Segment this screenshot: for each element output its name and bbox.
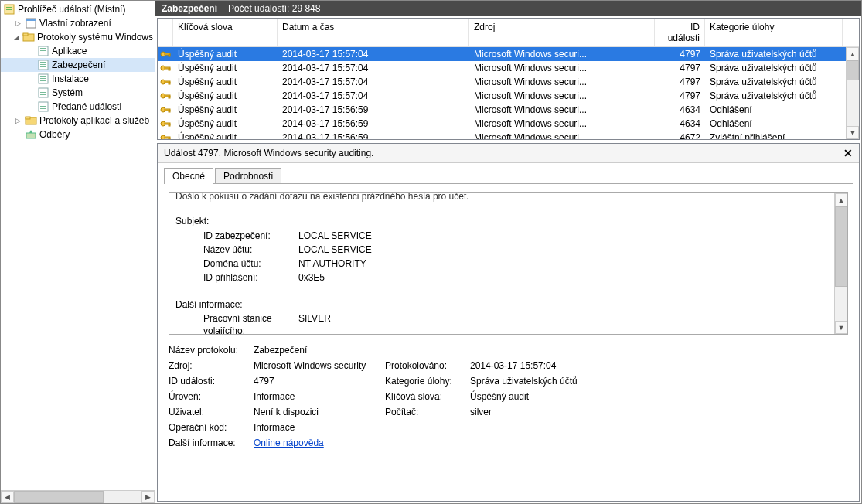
eventviewer-icon — [3, 3, 15, 15]
event-row[interactable]: Úspěšný audit2014-03-17 15:56:59Microsof… — [158, 131, 846, 139]
svg-rect-28 — [26, 117, 30, 119]
desc-vscrollbar[interactable]: ▲ ▼ — [834, 193, 847, 334]
desc-top-line: Došlo k pokusu o zadání dotazu na existe… — [175, 193, 828, 203]
detail-tabs: Obecné Podrobnosti — [158, 163, 859, 184]
scroll-down-icon[interactable]: ▼ — [847, 126, 859, 139]
svg-rect-8 — [40, 48, 46, 49]
column-headers[interactable]: Klíčová slova Datum a čas Zdroj ID událo… — [158, 19, 859, 47]
tree-item[interactable]: Instalace — [1, 72, 155, 86]
detail-header: Událost 4797, Microsoft Windows security… — [158, 144, 859, 163]
online-help-link[interactable]: Online nápověda — [254, 438, 324, 448]
cell-datetime: 2014-03-17 15:57:04 — [278, 90, 469, 102]
close-icon[interactable]: ✕ — [843, 147, 853, 159]
expander-icon[interactable]: ▷ — [13, 117, 22, 124]
detail-pane: Událost 4797, Microsoft Windows security… — [157, 143, 860, 502]
cell-source: Microsoft Windows securi... — [469, 131, 655, 139]
scroll-thumb[interactable] — [835, 206, 847, 287]
event-row[interactable]: Úspěšný audit2014-03-17 15:57:04Microsof… — [158, 61, 846, 75]
key-icon — [158, 90, 173, 102]
svg-rect-41 — [169, 97, 170, 98]
tree-hscrollbar[interactable]: ◀ ▶ — [1, 490, 155, 503]
list-vscrollbar[interactable]: ▲ ▼ — [846, 47, 859, 139]
svg-rect-16 — [40, 76, 46, 77]
tree[interactable]: Prohlížeč událostí (Místní) ▷Vlastní zob… — [1, 1, 155, 490]
tree-item-label: Systém — [52, 87, 83, 99]
event-row[interactable]: Úspěšný audit2014-03-17 15:56:59Microsof… — [158, 117, 846, 131]
tree-item[interactable]: Systém — [1, 86, 155, 100]
tree-item-label: Vlastní zobrazení — [39, 17, 111, 29]
scroll-track[interactable] — [835, 206, 847, 321]
cell-eventid: 4797 — [655, 48, 705, 60]
cell-keywords: Úspěšný audit — [173, 48, 278, 60]
additional-header: Další informace: — [175, 298, 828, 311]
svg-rect-13 — [40, 64, 46, 65]
event-row[interactable]: Úspěšný audit2014-03-17 15:57:04Microsof… — [158, 89, 846, 103]
tree-item[interactable]: Zabezpečení — [1, 58, 155, 72]
tree-item-label: Protokoly aplikací a služeb — [39, 114, 149, 127]
tree-item[interactable]: Aplikace — [1, 44, 155, 58]
svg-rect-1 — [6, 7, 12, 8]
col-datetime[interactable]: Datum a čas — [278, 19, 469, 46]
svg-rect-9 — [40, 50, 46, 51]
tree-item[interactable]: ◢Protokoly systému Windows — [1, 30, 155, 44]
main-header: Zabezpečení Počet událostí: 29 848 — [155, 1, 861, 16]
log-icon — [37, 45, 49, 57]
cell-source: Microsoft Windows securi... — [469, 104, 655, 116]
scroll-up-icon[interactable]: ▲ — [835, 193, 847, 206]
cell-source: Microsoft Windows securi... — [469, 117, 655, 130]
scroll-left-icon[interactable]: ◀ — [1, 491, 14, 503]
scroll-track[interactable] — [847, 60, 859, 126]
tree-item[interactable]: ▷Vlastní zobrazení — [1, 16, 155, 30]
svg-rect-4 — [26, 19, 36, 21]
tab-underline — [164, 183, 853, 184]
scroll-down-icon[interactable]: ▼ — [835, 321, 847, 334]
cell-category: Odhlášení — [705, 104, 843, 116]
expander-icon[interactable]: ▷ — [13, 19, 22, 27]
key-icon — [158, 117, 173, 130]
scroll-track[interactable] — [14, 491, 141, 503]
tree-item[interactable]: Odběry — [1, 128, 155, 141]
scroll-thumb[interactable] — [14, 491, 104, 503]
tree-root[interactable]: Prohlížeč událostí (Místní) — [1, 2, 155, 16]
col-keywords[interactable]: Klíčová slova — [173, 19, 278, 46]
list-body[interactable]: Úspěšný audit2014-03-17 15:57:04Microsof… — [158, 47, 846, 139]
col-icon[interactable] — [158, 19, 173, 46]
svg-rect-32 — [169, 55, 170, 56]
tab-details[interactable]: Podrobnosti — [215, 168, 281, 184]
tree-item-label: Protokoly systému Windows — [37, 31, 153, 43]
event-row[interactable]: Úspěšný audit2014-03-17 15:57:04Microsof… — [158, 75, 846, 89]
folder-icon — [25, 114, 37, 127]
scroll-right-icon[interactable]: ▶ — [141, 491, 155, 503]
svg-rect-24 — [40, 104, 46, 104]
svg-rect-38 — [169, 83, 170, 84]
event-row[interactable]: Úspěšný audit2014-03-17 15:57:04Microsof… — [158, 47, 846, 61]
tree-item-label: Aplikace — [52, 45, 87, 57]
cell-keywords: Úspěšný audit — [173, 90, 278, 102]
cell-source: Microsoft Windows securi... — [469, 48, 655, 60]
col-eventid[interactable]: ID události — [655, 19, 705, 46]
cell-eventid: 4797 — [655, 62, 705, 74]
scroll-thumb[interactable] — [847, 60, 859, 80]
scroll-up-icon[interactable]: ▲ — [847, 47, 859, 60]
tab-general[interactable]: Obecné — [164, 168, 213, 184]
tree-item[interactable]: ▷Protokoly aplikací a služeb — [1, 114, 155, 128]
svg-rect-35 — [169, 69, 170, 70]
cell-eventid: 4797 — [655, 76, 705, 88]
tree-item-label: Instalace — [52, 73, 89, 85]
cell-category: Správa uživatelských účtů — [705, 76, 843, 88]
svg-rect-29 — [26, 133, 36, 138]
cell-eventid: 4634 — [655, 104, 705, 116]
description-content[interactable]: Došlo k pokusu o zadání dotazu na existe… — [169, 193, 834, 334]
log-icon — [37, 100, 49, 113]
col-source[interactable]: Zdroj — [469, 19, 655, 46]
col-category[interactable]: Kategorie úlohy — [705, 19, 843, 46]
cell-eventid: 4797 — [655, 90, 705, 102]
event-row[interactable]: Úspěšný audit2014-03-17 15:56:59Microsof… — [158, 103, 846, 117]
cell-source: Microsoft Windows securi... — [469, 76, 655, 88]
expander-icon[interactable]: ◢ — [13, 33, 20, 41]
cell-category: Správa uživatelských účtů — [705, 90, 843, 102]
meta-grid: Název protokolu: Zabezpečení Zdroj: Micr… — [169, 342, 848, 451]
additional-table: Pracovní stanice volajícího:SILVER Název… — [175, 311, 337, 334]
svg-rect-44 — [169, 111, 170, 112]
tree-item[interactable]: Předané události — [1, 100, 155, 114]
